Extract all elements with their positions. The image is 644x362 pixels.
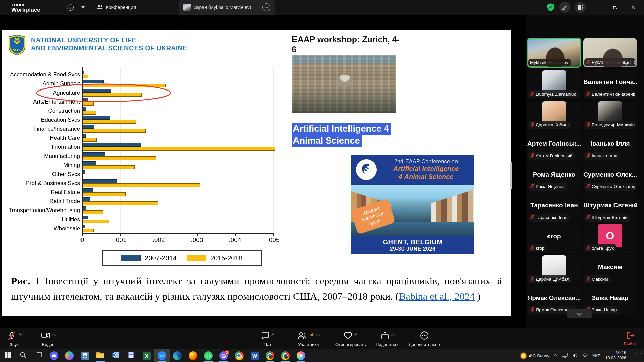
- university-name-line1: NATIONAL UNIVERSITY OF LIFE: [31, 36, 187, 44]
- language-indicator[interactable]: УКР: [592, 353, 601, 358]
- participant-tile[interactable]: Рома ЯщенкоРома Ященко: [527, 162, 581, 192]
- chevron-up-icon[interactable]: [355, 333, 358, 337]
- poster-line2: Artificial Intelligence: [380, 165, 472, 173]
- participant-name-text: Штурмак Євгеній: [592, 215, 627, 220]
- search-icon[interactable]: [15, 349, 31, 362]
- chevron-down-icon[interactable]: [81, 6, 85, 8]
- zoom-icon[interactable]: zm: [154, 349, 170, 362]
- windows-taskbar: Xzm3W4°C SunnyУКР10:1610.03.2026: [0, 349, 644, 362]
- file-explorer-icon[interactable]: [93, 349, 108, 362]
- task-view-icon[interactable]: [31, 349, 46, 362]
- participant-tile[interactable]: Володимир Малюкін: [583, 101, 637, 130]
- chrome-profile-2-icon[interactable]: [278, 349, 293, 362]
- participant-tile[interactable]: Сурменко Олек...Сурменко Олександр: [583, 162, 637, 192]
- participant-tile[interactable]: Руслана Уманець НУ...: [583, 38, 637, 67]
- caption-citation-link[interactable]: Babina et al., 2024: [399, 291, 475, 302]
- participant-tile[interactable]: Liudmyla Zlamaniuk: [527, 70, 581, 99]
- chrome-icon[interactable]: [231, 349, 247, 362]
- participant-avatar: [542, 70, 566, 93]
- bar-2015-2018: [82, 120, 136, 124]
- toolbar-button-react[interactable]: Отреагировать: [335, 331, 366, 347]
- viber-badge: 3: [225, 350, 229, 355]
- layout-view-icon[interactable]: [575, 2, 586, 13]
- annotate-pencil-icon[interactable]: [559, 2, 570, 13]
- toolbar-button-video[interactable]: Видео: [41, 331, 55, 347]
- info-icon[interactable]: i: [67, 4, 74, 11]
- volume-icon[interactable]: [572, 353, 578, 359]
- minimize-button[interactable]: —: [590, 2, 604, 13]
- word-icon[interactable]: W: [247, 349, 262, 362]
- participant-tile[interactable]: Дарина Цимбал: [527, 255, 581, 284]
- toolbar-button-chat[interactable]: Чат: [261, 331, 275, 347]
- calculator-icon[interactable]: [77, 349, 93, 362]
- close-button[interactable]: ✕: [627, 2, 640, 13]
- bar-2007-2014: [82, 197, 90, 201]
- firefox-icon[interactable]: [185, 349, 201, 362]
- restore-button[interactable]: [608, 2, 622, 13]
- chart-category-label: Retail Trade: [2, 198, 80, 205]
- participant-tile[interactable]: Oольга Крук: [583, 224, 637, 253]
- notification-center-icon[interactable]: [636, 353, 642, 358]
- slide-scrollbar[interactable]: [510, 162, 512, 189]
- weather-widget[interactable]: 4°C Sunny: [521, 353, 549, 359]
- chevron-up-icon[interactable]: [52, 333, 56, 337]
- participant-tile[interactable]: Валентин Гонча...Валентин Гончаренко: [583, 70, 637, 99]
- toolbar-button-participants[interactable]: 55Участники: [297, 331, 319, 347]
- sun-icon: [521, 353, 526, 359]
- participant-tile[interactable]: Mykhailo Matvieiev: [527, 38, 581, 67]
- mic-muted-icon: [530, 122, 534, 128]
- participant-tile[interactable]: Штурмак ЄвгенійШтурмак Євгеній: [583, 193, 637, 223]
- bar-2015-2018: [82, 192, 126, 196]
- participant-name-text: Заїка Назар: [592, 307, 617, 312]
- chrome-profile-1-icon[interactable]: [262, 349, 278, 362]
- bar-2007-2014: [82, 225, 85, 228]
- clock[interactable]: 10:1610.03.2026: [605, 350, 626, 361]
- tray-date: 10.03.2026: [605, 356, 626, 361]
- viber-icon[interactable]: 3: [216, 349, 231, 362]
- discord-icon[interactable]: [46, 349, 62, 362]
- svg-text:НУБіП: НУБіП: [13, 48, 21, 51]
- chart-category-label: Health Care: [2, 135, 80, 141]
- leave-meeting-button[interactable]: Выйти: [624, 331, 637, 346]
- chevron-up-icon[interactable]: [18, 333, 21, 337]
- tab-conference[interactable]: Конференция: [97, 5, 136, 10]
- network-icon[interactable]: [582, 353, 588, 358]
- security-shield-icon[interactable]: [547, 3, 555, 12]
- participant-tile[interactable]: МаксимМаксим: [583, 255, 637, 284]
- mic-muted-icon: [586, 153, 590, 159]
- tab-options-icon[interactable]: ⋯: [262, 3, 270, 11]
- start-icon[interactable]: [0, 349, 15, 362]
- display-icon[interactable]: [562, 353, 568, 359]
- people-icon: [97, 5, 103, 10]
- participant-tile[interactable]: Тарасенко ІванТарасенко Іван: [527, 193, 581, 223]
- participant-name-label: Максим: [584, 275, 611, 283]
- leave-label: Выйти: [624, 341, 637, 346]
- chevron-up-icon[interactable]: [271, 333, 275, 337]
- toolbar-button-share[interactable]: Поделиться: [376, 331, 400, 347]
- whatsapp-icon[interactable]: [201, 349, 216, 362]
- chevron-down-icon: [577, 311, 582, 315]
- edge-icon[interactable]: [170, 349, 185, 362]
- excel-icon[interactable]: X: [139, 349, 154, 362]
- notes-icon[interactable]: [123, 349, 139, 362]
- zurich-aerial-photo: [292, 55, 396, 113]
- participant-tile[interactable]: Даринка Кобиш: [527, 101, 581, 130]
- chevron-up-icon[interactable]: [391, 333, 395, 337]
- poster-line3: 4 Animal Science: [380, 173, 472, 181]
- toolbar-button-more[interactable]: Дополнительно: [409, 331, 440, 347]
- participant-name-text: Валентин Гончаренко: [592, 92, 635, 97]
- participant-avatar: [542, 101, 566, 123]
- chart-tick-label: .004: [223, 236, 247, 244]
- tab-shared-screen[interactable]: Экран (Mykhailo Matvieiev) ⋯: [179, 0, 275, 15]
- participant-tile[interactable]: єгорєгор: [527, 224, 581, 253]
- tray-expand-icon[interactable]: [553, 354, 558, 358]
- toolbar-button-audio[interactable]: Звук: [7, 331, 21, 347]
- participant-tile[interactable]: Артем Голінськ...Артем Голінський: [527, 131, 581, 161]
- paint-icon[interactable]: [293, 349, 309, 362]
- outlook-icon[interactable]: [108, 349, 123, 362]
- copilot-icon[interactable]: [62, 349, 77, 362]
- collapse-panel-button[interactable]: [567, 309, 592, 318]
- participant-tile[interactable]: Іванько ІлляІванько Ілля: [583, 131, 637, 161]
- bar-2007-2014: [82, 179, 117, 183]
- chevron-up-icon[interactable]: [316, 333, 320, 337]
